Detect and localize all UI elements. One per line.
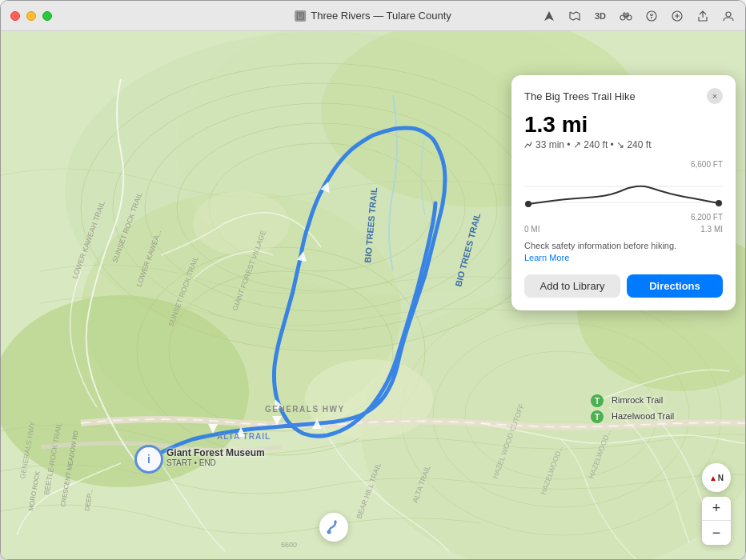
elevation-chart-container: 6,600 FT 6,200 FT: [524, 160, 723, 222]
map-controls: ▲ N + −: [702, 463, 731, 545]
zoom-controls: + −: [702, 497, 731, 545]
svg-text:i: i: [147, 453, 150, 466]
rimrock-trail-label[interactable]: Rimrock Trail: [612, 395, 663, 405]
card-header: The Big Trees Trail Hike ×: [524, 88, 723, 104]
svg-text:6600: 6600: [281, 541, 297, 549]
share-icon[interactable]: [696, 9, 710, 23]
route-svg: [326, 519, 342, 535]
safety-text: Check safety information before hiking. …: [524, 240, 723, 265]
window-title: Three Rivers — Tulare County: [311, 10, 451, 22]
svg-text:T: T: [595, 413, 600, 422]
svg-point-13: [726, 12, 731, 17]
trail-info-card: The Big Trees Trail Hike × 1.3 mi 33 min…: [511, 75, 736, 310]
route-icon[interactable]: [319, 513, 348, 542]
svg-point-33: [193, 191, 289, 255]
distance-labels: 0 MI 1.3 MI: [524, 225, 723, 234]
person-icon[interactable]: [721, 9, 736, 23]
navigation-icon[interactable]: [542, 9, 556, 23]
titlebar: Three Rivers — Tulare County 3D: [1, 1, 745, 31]
svg-point-4: [620, 15, 625, 20]
elevation-svg: [524, 170, 723, 214]
map-container[interactable]: BIO TREES TRAIL BIO TREES TRAIL GENERALS…: [1, 31, 746, 560]
doc-icon: [295, 10, 306, 22]
3d-icon[interactable]: 3D: [593, 9, 608, 23]
svg-point-5: [627, 15, 632, 20]
add-to-library-button[interactable]: Add to Library: [524, 274, 620, 298]
minimize-button[interactable]: [26, 11, 36, 21]
svg-marker-3: [544, 11, 554, 21]
svg-point-9: [651, 17, 652, 18]
svg-text:T: T: [595, 397, 600, 406]
svg-point-73: [335, 522, 337, 524]
distance-end: 1.3 MI: [700, 225, 723, 234]
trail-stats: 33 min • ↗ 240 ft • ↘ 240 ft: [524, 139, 723, 150]
card-close-button[interactable]: ×: [707, 88, 723, 104]
map-icon[interactable]: [568, 9, 582, 23]
titlebar-actions: 3D: [542, 9, 736, 23]
app-window: Three Rivers — Tulare County 3D: [0, 0, 746, 560]
zoom-out-button[interactable]: −: [702, 521, 731, 545]
binoculars-icon[interactable]: [619, 9, 633, 23]
svg-text:ALTA TRAIL: ALTA TRAIL: [217, 432, 271, 441]
card-actions: Add to Library Directions: [524, 274, 723, 298]
stats-icon: [524, 141, 532, 149]
svg-point-72: [327, 530, 331, 534]
elevation-chart: [524, 170, 723, 214]
rating-icon[interactable]: [644, 9, 659, 23]
close-button[interactable]: [10, 11, 20, 21]
maximize-button[interactable]: [42, 11, 52, 21]
traffic-lights: [10, 11, 52, 21]
compass-button[interactable]: ▲ N: [702, 463, 731, 492]
svg-point-70: [525, 201, 531, 207]
zoom-in-button[interactable]: +: [702, 497, 731, 521]
directions-button[interactable]: Directions: [627, 274, 723, 298]
distance-start: 0 MI: [524, 225, 539, 234]
card-title: The Big Trees Trail Hike: [524, 90, 636, 102]
hazelwood-trail-label[interactable]: Hazelwood Trail: [612, 411, 674, 421]
hazelwood-name: Hazelwood Trail: [612, 411, 674, 421]
poi-name: Giant Forest Museum: [166, 447, 265, 458]
poi-subtitle: START • END: [166, 458, 265, 467]
svg-point-71: [716, 200, 722, 206]
learn-more-link[interactable]: Learn More: [524, 253, 569, 262]
giant-forest-museum-label[interactable]: Giant Forest Museum START • END: [166, 447, 265, 467]
add-icon[interactable]: [670, 9, 684, 23]
titlebar-center: Three Rivers — Tulare County: [295, 10, 451, 22]
rimrock-name: Rimrock Trail: [612, 395, 663, 405]
svg-text:GENERALS HWY: GENERALS HWY: [265, 405, 345, 414]
elevation-label-high: 6,600 FT: [524, 160, 723, 169]
trail-distance: 1.3 mi: [524, 112, 723, 138]
